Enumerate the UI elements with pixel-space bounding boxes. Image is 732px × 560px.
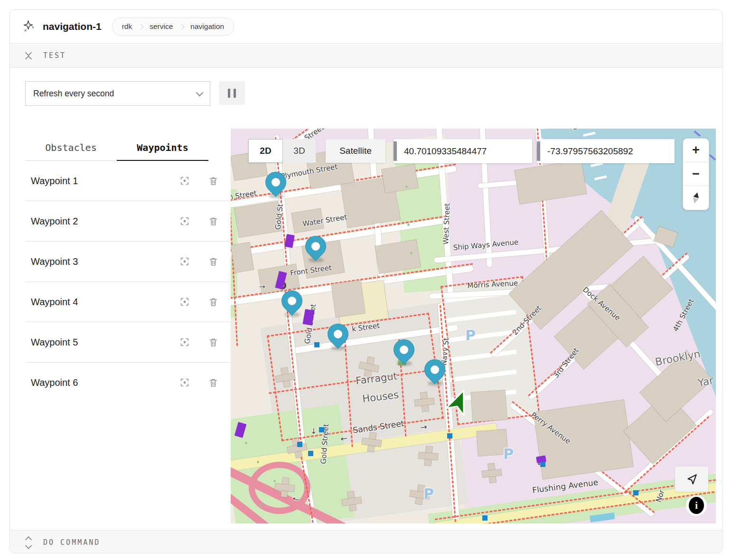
latitude-value: 40.70109335484477: [404, 146, 487, 157]
breadcrumb-item-service: service: [150, 22, 173, 31]
trash-icon: [208, 176, 218, 186]
waypoint-pin[interactable]: [261, 168, 291, 197]
focus-icon: [179, 176, 190, 186]
waypoint-row: Waypoint 5: [25, 322, 233, 363]
delete-waypoint-button[interactable]: [207, 215, 219, 227]
focus-icon: [179, 337, 190, 347]
map-zoom-control: + −: [683, 138, 709, 210]
waypoint-row: Waypoint 2: [25, 201, 233, 242]
navigation-map[interactable]: h StreetPlymouth StreetStreetWater Stree…: [231, 129, 716, 523]
info-icon: i: [689, 497, 704, 514]
tab-waypoints[interactable]: Waypoints: [117, 137, 208, 161]
waypoint-pin[interactable]: [277, 286, 307, 316]
page-title: navigation-1: [43, 21, 102, 32]
chevron-up-icon: [25, 55, 32, 62]
breadcrumb: rdk service navigation: [112, 18, 234, 36]
delete-waypoint-button[interactable]: [207, 256, 219, 267]
do-command-title: DO COMMAND: [43, 538, 100, 547]
delete-waypoint-button[interactable]: [207, 296, 219, 308]
waypoint-pin[interactable]: [301, 232, 330, 261]
delete-waypoint-button[interactable]: [207, 377, 219, 388]
zoom-in-button[interactable]: +: [683, 139, 709, 162]
waypoint-name: Waypoint 2: [25, 216, 179, 227]
zoom-out-button[interactable]: −: [683, 162, 709, 186]
waypoint-list: Waypoint 1Waypoint 2Waypoint 3Waypoint 4…: [25, 161, 233, 402]
chevron-right-icon: [178, 24, 185, 30]
waypoint-pins-layer: [231, 129, 716, 523]
trash-icon: [208, 257, 218, 267]
map-3d-button[interactable]: 3D: [283, 139, 316, 163]
waypoint-row: Waypoint 1: [25, 161, 233, 201]
waypoint-row: Waypoint 6: [25, 363, 233, 402]
chevron-up-icon: [25, 536, 32, 542]
focus-waypoint-button[interactable]: [179, 215, 190, 227]
map-2d-button[interactable]: 2D: [248, 139, 283, 163]
focus-waypoint-button[interactable]: [179, 377, 190, 388]
tab-obstacles[interactable]: Obstacles: [25, 137, 117, 161]
breadcrumb-item-navigation: navigation: [190, 22, 224, 31]
chevron-down-icon: [25, 542, 32, 549]
screenshot-root: navigation-1 rdk service navigation TEST…: [0, 0, 732, 560]
navigation-service-card: navigation-1 rdk service navigation TEST…: [9, 9, 723, 553]
waypoints-panel: Obstacles Waypoints Waypoint 1Waypoint 2…: [25, 137, 233, 402]
waypoint-name: Waypoint 6: [25, 377, 179, 388]
expand-icon[interactable]: [26, 537, 31, 548]
refresh-rate-select[interactable]: Refresh every second: [25, 81, 210, 106]
map-satellite-button[interactable]: Satellite: [326, 139, 385, 163]
waypoint-pin[interactable]: [323, 319, 353, 349]
do-command-section-header[interactable]: DO COMMAND: [10, 530, 722, 553]
card-header: navigation-1 rdk service navigation: [10, 10, 722, 44]
waypoint-name: Waypoint 5: [25, 337, 179, 348]
panel-tabs: Obstacles Waypoints: [25, 137, 208, 161]
refresh-rate-value: Refresh every second: [33, 89, 114, 99]
trash-icon: [208, 378, 218, 388]
waypoint-row: Waypoint 3: [25, 242, 233, 282]
collapse-icon[interactable]: [26, 50, 31, 61]
focus-icon: [179, 377, 190, 388]
input-accent-bar: [537, 141, 540, 161]
focus-waypoint-button[interactable]: [179, 296, 190, 308]
breadcrumb-item-rdk: rdk: [122, 22, 132, 31]
refresh-controls: Refresh every second: [25, 81, 245, 106]
trash-icon: [208, 297, 218, 307]
chevron-down-icon: [196, 89, 204, 96]
latitude-input[interactable]: 40.70109335484477: [394, 139, 532, 163]
delete-waypoint-button[interactable]: [207, 336, 219, 348]
focus-waypoint-button[interactable]: [179, 336, 190, 348]
waypoint-name: Waypoint 3: [25, 256, 179, 267]
focus-waypoint-button[interactable]: [179, 256, 190, 267]
waypoint-name: Waypoint 1: [25, 176, 179, 187]
waypoint-name: Waypoint 4: [25, 297, 179, 308]
service-sparkle-icon: [22, 19, 35, 34]
waypoint-pin[interactable]: [389, 335, 419, 364]
trash-icon: [208, 216, 218, 226]
locate-robot-button[interactable]: [675, 467, 708, 492]
test-section-header[interactable]: TEST: [10, 44, 722, 68]
chevron-right-icon: [138, 24, 144, 30]
navigation-arrow-icon: [685, 472, 699, 486]
pause-refresh-button[interactable]: [219, 81, 245, 105]
compass-button[interactable]: [683, 186, 709, 210]
waypoint-pin[interactable]: [420, 355, 450, 384]
longitude-input[interactable]: -73.97957563205892: [537, 139, 675, 163]
compass-needle-icon: [689, 190, 703, 206]
focus-icon: [179, 256, 190, 267]
input-accent-bar: [394, 141, 397, 161]
test-section-title: TEST: [43, 51, 66, 60]
map-attribution-button[interactable]: i: [686, 495, 707, 516]
test-section-body: Refresh every second Obstacles Waypoints…: [10, 68, 722, 530]
pause-icon: [228, 89, 230, 98]
pause-icon: [234, 89, 236, 98]
focus-waypoint-button[interactable]: [179, 175, 190, 187]
delete-waypoint-button[interactable]: [207, 175, 219, 187]
map-mode-toggle: 2D 3D: [248, 139, 316, 163]
trash-icon: [208, 337, 218, 347]
waypoint-row: Waypoint 4: [25, 282, 233, 322]
focus-icon: [179, 297, 190, 307]
chevron-down-icon: [25, 49, 32, 56]
longitude-value: -73.97957563205892: [547, 146, 633, 157]
focus-icon: [179, 216, 190, 226]
